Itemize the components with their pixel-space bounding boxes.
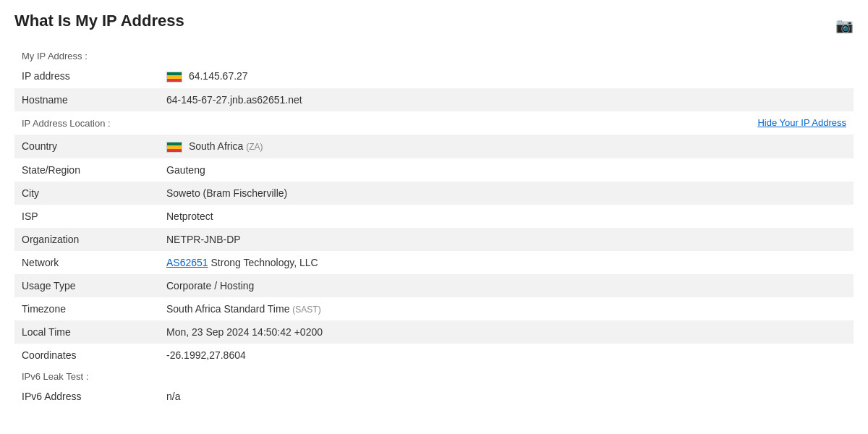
- row-value-hostname: 64-145-67-27.jnb.as62651.net: [159, 88, 854, 111]
- row-value-ip-address: 64.145.67.27: [159, 64, 854, 88]
- row-key-ipv6: IPv6 Address: [14, 385, 159, 408]
- timezone-abbr: (SAST): [292, 305, 320, 315]
- page-title: What Is My IP Address: [14, 12, 184, 30]
- country-code: (ZA): [246, 142, 263, 152]
- my-ip-section-label: My IP Address :: [22, 51, 88, 61]
- table-row: Coordinates -26.1992,27.8604: [14, 344, 854, 367]
- row-key-org: Organization: [14, 228, 159, 251]
- hide-ip-link[interactable]: Hide Your IP Address: [757, 117, 846, 128]
- title-row: What Is My IP Address 📷: [14, 12, 854, 39]
- table-row: IP address 64.145.67.27: [14, 64, 854, 88]
- timezone-name: South Africa Standard Time: [166, 303, 289, 315]
- row-value-org: NETPR-JNB-DP: [159, 228, 854, 251]
- row-key-city: City: [14, 182, 159, 205]
- table-row: Organization NETPR-JNB-DP: [14, 228, 854, 251]
- table-row: ISP Netprotect: [14, 205, 854, 228]
- row-value-ipv6: n/a: [159, 385, 854, 408]
- row-value-coordinates: -26.1992,27.8604: [159, 344, 854, 367]
- row-key-localtime: Local Time: [14, 320, 159, 344]
- main-container: What Is My IP Address 📷 My IP Address : …: [0, 0, 868, 420]
- row-value-isp: Netprotect: [159, 205, 854, 228]
- row-key-coordinates: Coordinates: [14, 344, 159, 367]
- camera-icon[interactable]: 📷: [835, 17, 854, 34]
- table-row: Usage Type Corporate / Hosting: [14, 274, 854, 297]
- row-value-country: South Africa (ZA): [159, 135, 854, 158]
- table-row: Local Time Mon, 23 Sep 2024 14:50:42 +02…: [14, 320, 854, 344]
- row-value-timezone: South Africa Standard Time (SAST): [159, 297, 854, 320]
- row-key-ip-address: IP address: [14, 64, 159, 88]
- row-key-isp: ISP: [14, 205, 159, 228]
- table-row: City Soweto (Bram Fischerville): [14, 182, 854, 205]
- section-ipv6: IPv6 Leak Test :: [14, 367, 854, 385]
- info-table: My IP Address : IP address 64.145.67.27 …: [14, 46, 854, 408]
- table-row: State/Region Gauteng: [14, 158, 854, 182]
- network-org: Strong Technology, LLC: [211, 257, 318, 268]
- country-name: South Africa: [189, 140, 244, 152]
- row-key-timezone: Timezone: [14, 297, 159, 320]
- country-flag-icon: [166, 142, 182, 153]
- row-value-state: Gauteng: [159, 158, 854, 182]
- row-key-usage: Usage Type: [14, 274, 159, 297]
- section-my-ip: My IP Address :: [14, 46, 854, 64]
- flag-icon-ip: [166, 72, 182, 82]
- table-row: IPv6 Address n/a: [14, 385, 854, 408]
- network-asn-link[interactable]: AS62651: [166, 257, 208, 268]
- row-key-state: State/Region: [14, 158, 159, 182]
- section-ip-location: IP Address Location : Hide Your IP Addre…: [14, 111, 854, 135]
- ipv6-section-label: IPv6 Leak Test :: [22, 371, 88, 382]
- ip-location-section-label: IP Address Location :: [22, 118, 111, 129]
- row-value-network: AS62651 Strong Technology, LLC: [159, 251, 854, 274]
- row-value-usage: Corporate / Hosting: [159, 274, 854, 297]
- table-row: Country South Africa (ZA): [14, 135, 854, 158]
- row-key-hostname: Hostname: [14, 88, 159, 111]
- row-value-localtime: Mon, 23 Sep 2024 14:50:42 +0200: [159, 320, 854, 344]
- table-row: Network AS62651 Strong Technology, LLC: [14, 251, 854, 274]
- row-value-city: Soweto (Bram Fischerville): [159, 182, 854, 205]
- table-row: Hostname 64-145-67-27.jnb.as62651.net: [14, 88, 854, 111]
- row-key-network: Network: [14, 251, 159, 274]
- table-row: Timezone South Africa Standard Time (SAS…: [14, 297, 854, 320]
- row-key-country: Country: [14, 135, 159, 158]
